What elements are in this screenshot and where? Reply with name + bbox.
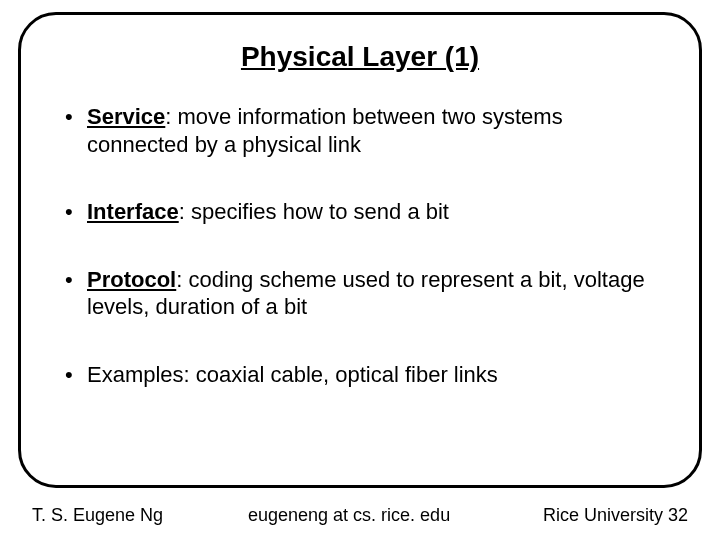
bullet-text: Examples: coaxial cable, optical fiber l… <box>87 362 498 387</box>
footer-right: Rice University 32 <box>543 505 688 526</box>
footer-affiliation: Rice University <box>543 505 663 525</box>
bullet-term: Service <box>87 104 165 129</box>
footer-author: T. S. Eugene Ng <box>32 505 232 526</box>
slide-footer: T. S. Eugene Ng eugeneng at cs. rice. ed… <box>0 505 720 526</box>
slide: Physical Layer (1) Service: move informa… <box>0 0 720 540</box>
footer-page: 32 <box>668 505 688 525</box>
list-item: Service: move information between two sy… <box>65 103 663 158</box>
list-item: Examples: coaxial cable, optical fiber l… <box>65 361 663 389</box>
footer-email: eugeneng at cs. rice. edu <box>232 505 543 526</box>
slide-title: Physical Layer (1) <box>57 41 663 73</box>
bullet-list: Service: move information between two sy… <box>57 103 663 388</box>
slide-frame: Physical Layer (1) Service: move informa… <box>18 12 702 488</box>
list-item: Interface: specifies how to send a bit <box>65 198 663 226</box>
bullet-term: Protocol <box>87 267 176 292</box>
list-item: Protocol: coding scheme used to represen… <box>65 266 663 321</box>
bullet-text: : specifies how to send a bit <box>179 199 449 224</box>
bullet-term: Interface <box>87 199 179 224</box>
